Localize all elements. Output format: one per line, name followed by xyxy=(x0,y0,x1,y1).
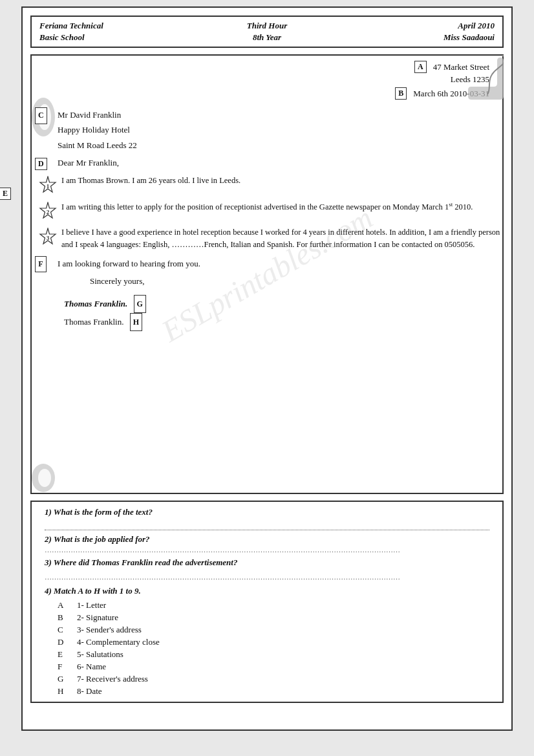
year-label: 8th Year xyxy=(191,32,343,43)
paragraph-3-text: I believe I have a good experience in ho… xyxy=(61,226,502,251)
body-section: E 1 I am Thomas Brown. I am 26 years old… xyxy=(38,175,502,251)
q1-text: What is the form of the text? xyxy=(54,507,153,517)
signature-italic-name: Thomas Franklin. xyxy=(64,299,127,308)
q4-number: 4) xyxy=(45,586,52,596)
recipient-line3: Saint M Road Leeds 22 xyxy=(58,138,502,153)
closing-line2: Sincerely yours, xyxy=(90,274,502,288)
question-3: 3) Where did Thomas Franklin read the ad… xyxy=(45,557,489,568)
match-value-g: 7- Receiver's address xyxy=(77,674,193,684)
paragraph-1-row: 1 I am Thomas Brown. I am 26 years old. … xyxy=(38,175,502,195)
q3-answer-line: …………………………………………………………………………………………………………… xyxy=(45,573,489,581)
label-g: G xyxy=(134,295,146,313)
salutation-text: Dear Mr Franklin, xyxy=(58,158,119,167)
label-f: F xyxy=(35,256,47,273)
curl-top-right-decoration xyxy=(465,54,504,100)
closing-section: F I am looking forward to hearing from y… xyxy=(51,256,502,289)
signature-plain-name: Thomas Franklin. xyxy=(64,317,123,327)
match-value-b: 2- Signature xyxy=(77,612,193,623)
q4-text: Match A to H with 1 to 9. xyxy=(54,586,141,596)
recipient-line2: Happy Holiday Hotel xyxy=(58,122,502,137)
match-letter-c: C xyxy=(58,625,77,635)
closing-line1: I am looking forward to hearing from you… xyxy=(58,256,502,271)
q3-text: Where did Thomas Franklin read the adver… xyxy=(54,557,238,567)
label-d: D xyxy=(35,158,47,170)
starburst-2-icon: 2 xyxy=(38,202,58,221)
match-value-d: 4- Complementary close xyxy=(77,637,193,647)
match-grid: A 1- Letter B 2- Signature C 3- Sender's… xyxy=(58,600,489,697)
q1-answer-line xyxy=(45,523,489,530)
paragraph-1-text: I am Thomas Brown. I am 26 years old. I … xyxy=(61,175,502,187)
q3-number: 3) xyxy=(45,557,52,567)
sender-address-line2-row: Leeds 1235 xyxy=(32,74,502,85)
question-2: 2) What is the job applied for? ……………………… xyxy=(45,534,489,555)
q2-dots: …………………………………………………………………………………………………………… xyxy=(45,546,400,554)
match-letter-e: E xyxy=(58,649,77,660)
date-label: April 2010 xyxy=(343,21,495,31)
signature-italic-row: Thomas Franklin. G xyxy=(64,295,502,313)
label-a: A xyxy=(414,61,427,73)
recipient-block: C Mr David Franklin Happy Holiday Hotel … xyxy=(51,107,502,153)
match-letter-g: G xyxy=(58,674,77,684)
school-name-line2: Basic School xyxy=(39,32,191,43)
q2-number: 2) xyxy=(45,534,52,544)
date-line: B March 6th 2010-03-31 xyxy=(32,87,502,100)
match-letter-d: D xyxy=(58,637,77,647)
curl-bottom-left-decoration xyxy=(30,459,66,494)
question-1: 1) What is the form of the text? xyxy=(45,507,489,517)
recipient-line1: Mr David Franklin xyxy=(58,107,502,122)
q1-number: 1) xyxy=(45,507,52,517)
starburst-1-icon: 1 xyxy=(38,176,58,195)
label-c: C xyxy=(35,107,47,124)
svg-text:1: 1 xyxy=(47,183,50,189)
question-4: 4) Match A to H with 1 to 9. A 1- Letter… xyxy=(45,586,489,697)
match-value-c: 3- Sender's address xyxy=(77,625,193,635)
signature-section: Thomas Franklin. G Thomas Franklin. H xyxy=(64,295,502,331)
label-h: H xyxy=(130,313,142,331)
match-value-e: 5- Salutations xyxy=(77,649,193,660)
paragraph-2-row: 2 I am writing this letter to apply for … xyxy=(38,200,502,221)
svg-text:3: 3 xyxy=(47,235,50,241)
q4-title: 4) Match A to H with 1 to 9. xyxy=(45,586,489,596)
teacher-label: Miss Saadaoui xyxy=(343,32,495,43)
salutation-block: D Dear Mr Franklin, xyxy=(51,158,502,168)
label-b: B xyxy=(395,87,407,100)
label-e: E xyxy=(0,188,11,200)
svg-text:2: 2 xyxy=(47,209,50,215)
header-col3: April 2010 Miss Saadaoui xyxy=(343,21,495,43)
paragraph-3-row: 3 I believe I have a good experience in … xyxy=(38,226,502,251)
q2-text: What is the job applied for? xyxy=(54,534,149,544)
school-name-line1: Feriana Technical xyxy=(39,21,191,31)
hour-label: Third Hour xyxy=(191,21,343,31)
match-value-a: 1- Letter xyxy=(77,600,193,610)
signature-plain-row: Thomas Franklin. H xyxy=(64,313,502,331)
match-letter-h: H xyxy=(58,686,77,697)
sender-address-label-a: A 47 Market Street xyxy=(32,61,502,73)
starburst-3-icon: 3 xyxy=(38,228,58,247)
match-value-f: 6- Name xyxy=(77,662,193,672)
match-letter-f: F xyxy=(58,662,77,672)
header-col2: Third Hour 8th Year xyxy=(191,21,343,43)
header-box: Feriana Technical Basic School Third Hou… xyxy=(30,16,504,48)
match-value-h: 8- Date xyxy=(77,686,193,697)
page: Feriana Technical Basic School Third Hou… xyxy=(21,6,513,731)
svg-point-9 xyxy=(38,469,51,487)
match-letter-a: A xyxy=(58,600,77,610)
paragraph-2-text: I am writing this letter to apply for th… xyxy=(61,200,502,213)
match-letter-b: B xyxy=(58,612,77,623)
questions-section: 1) What is the form of the text? 2) What… xyxy=(30,501,504,703)
header-col1: Feriana Technical Basic School xyxy=(39,21,191,43)
main-content-box: A 47 Market Street Leeds 1235 B March 6t… xyxy=(30,54,504,494)
